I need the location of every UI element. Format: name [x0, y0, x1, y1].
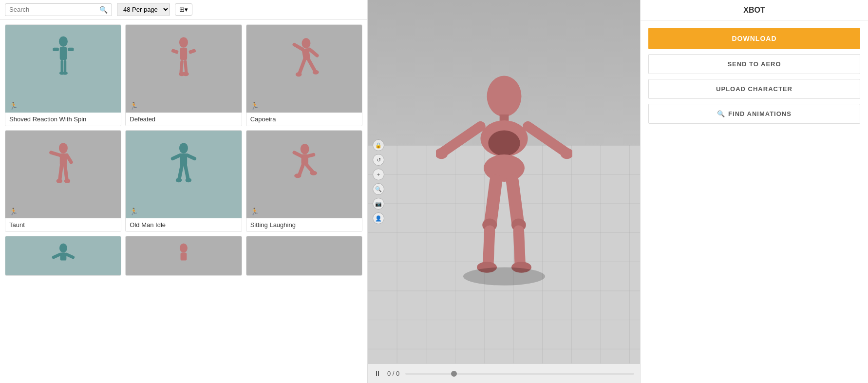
- svg-line-18: [295, 45, 303, 50]
- svg-point-7: [62, 71, 68, 75]
- animation-card[interactable]: 🏃 Shoved Reaction With Spin: [5, 24, 121, 126]
- character-figure: [17, 34, 110, 104]
- svg-line-44: [300, 165, 303, 174]
- svg-point-32: [179, 143, 188, 153]
- grid-options-button[interactable]: ⊞▾: [175, 3, 192, 16]
- card-preview: [246, 236, 362, 275]
- search-input[interactable]: [9, 6, 99, 13]
- svg-line-19: [310, 49, 317, 56]
- animation-card[interactable]: 🏃 Sitting Laughing: [246, 130, 362, 232]
- left-panel: 🔍 48 Per page 24 Per page 96 Per page ⊞▾: [0, 0, 368, 383]
- svg-line-67: [488, 231, 490, 264]
- send-to-aero-button[interactable]: SEND TO AERO: [648, 54, 860, 74]
- animation-card[interactable]: 🏃 Defeated: [125, 24, 242, 126]
- card-preview: [5, 236, 121, 275]
- animation-card[interactable]: 🏃 Taunt: [5, 130, 121, 232]
- card-preview: 🏃: [126, 25, 241, 113]
- find-animations-button[interactable]: 🔍 FIND ANIMATIONS: [648, 104, 860, 124]
- card-label: Old Man Idle: [126, 218, 241, 231]
- svg-line-29: [65, 166, 67, 180]
- svg-point-60: [484, 154, 525, 182]
- card-preview: [126, 236, 241, 275]
- character-figure: [258, 34, 350, 104]
- card-label: Taunt: [5, 218, 121, 231]
- card-preview: 🏃: [126, 131, 241, 218]
- zoom-control-btn[interactable]: 🔍: [373, 183, 384, 195]
- viewer-panel: 🔒 ↺ + 🔍 📷 👤 ⏸ 0 / 0: [368, 0, 640, 383]
- svg-line-20: [300, 59, 305, 73]
- person-control-btn[interactable]: 👤: [373, 212, 384, 224]
- svg-point-15: [183, 72, 189, 76]
- svg-point-46: [295, 173, 302, 178]
- animation-card[interactable]: 🏃 Capoeira: [246, 24, 362, 126]
- animation-card[interactable]: [5, 236, 121, 276]
- character-figure: [137, 34, 230, 104]
- search-icon: 🔍: [99, 6, 108, 14]
- svg-point-24: [59, 143, 68, 153]
- card-preview: 🏃: [246, 25, 362, 113]
- svg-point-0: [59, 36, 68, 47]
- animation-grid-container: 🏃 Shoved Reaction With Spin: [5, 24, 362, 276]
- search-icon: 🔍: [717, 110, 725, 117]
- svg-point-30: [56, 179, 62, 183]
- svg-line-43: [308, 155, 314, 156]
- svg-point-8: [179, 37, 188, 48]
- svg-line-50: [54, 254, 60, 257]
- svg-rect-13: [184, 60, 188, 73]
- card-label: Sitting Laughing: [246, 218, 362, 231]
- svg-line-21: [308, 59, 315, 71]
- run-icon: 🏃: [9, 102, 18, 110]
- animation-card[interactable]: 🏃 Old Man Idle: [125, 130, 242, 232]
- svg-line-69: [512, 181, 517, 223]
- svg-line-61: [443, 126, 480, 152]
- svg-point-38: [176, 178, 182, 182]
- animation-card[interactable]: [125, 236, 242, 276]
- svg-point-52: [180, 243, 188, 252]
- viewer-title: XBOT: [641, 0, 868, 21]
- playback-bar: ⏸ 0 / 0: [368, 364, 640, 383]
- character-figure: [17, 240, 110, 271]
- progress-bar[interactable]: [405, 373, 634, 375]
- svg-point-56: [487, 76, 521, 117]
- lock-control-btn[interactable]: 🔒: [373, 139, 384, 151]
- svg-line-35: [187, 155, 194, 158]
- svg-rect-57: [499, 115, 509, 121]
- svg-line-36: [179, 166, 182, 179]
- svg-line-28: [59, 166, 61, 180]
- character-figure: [137, 139, 230, 210]
- card-label: Defeated: [126, 113, 241, 126]
- refresh-control-btn[interactable]: ↺: [373, 154, 384, 166]
- svg-rect-1: [59, 47, 66, 60]
- per-page-select[interactable]: 48 Per page 24 Per page 96 Per page: [117, 3, 170, 16]
- animation-card[interactable]: [246, 236, 362, 276]
- svg-rect-4: [60, 60, 63, 72]
- card-preview: 🏃: [5, 25, 121, 113]
- svg-rect-10: [171, 49, 179, 55]
- card-label: Shoved Reaction With Spin: [5, 113, 121, 126]
- svg-line-51: [66, 254, 73, 257]
- svg-point-23: [313, 70, 319, 75]
- card-label: Capoeira: [246, 113, 362, 126]
- play-pause-button[interactable]: ⏸: [374, 369, 381, 378]
- svg-point-16: [302, 38, 311, 49]
- time-display: 0 / 0: [387, 370, 399, 377]
- progress-thumb[interactable]: [451, 371, 457, 377]
- svg-point-59: [488, 131, 520, 156]
- svg-rect-12: [179, 60, 184, 73]
- svg-point-31: [64, 179, 70, 183]
- svg-line-45: [307, 165, 313, 172]
- camera-control-btn[interactable]: 📷: [373, 198, 384, 210]
- card-preview: 🏃: [246, 131, 362, 218]
- svg-line-42: [295, 153, 302, 156]
- svg-rect-3: [68, 48, 74, 51]
- svg-line-63: [528, 126, 565, 152]
- upload-character-button[interactable]: UPLOAD CHARACTER: [648, 79, 860, 99]
- svg-line-37: [186, 166, 188, 179]
- svg-line-27: [67, 155, 71, 162]
- svg-line-26: [51, 153, 59, 155]
- search-box[interactable]: 🔍: [5, 3, 112, 16]
- download-button[interactable]: DOWNLOAD: [648, 28, 860, 49]
- character-figure: [258, 139, 350, 210]
- viewer-3d: 🔒 ↺ + 🔍 📷 👤: [368, 0, 640, 364]
- add-control-btn[interactable]: +: [373, 169, 384, 180]
